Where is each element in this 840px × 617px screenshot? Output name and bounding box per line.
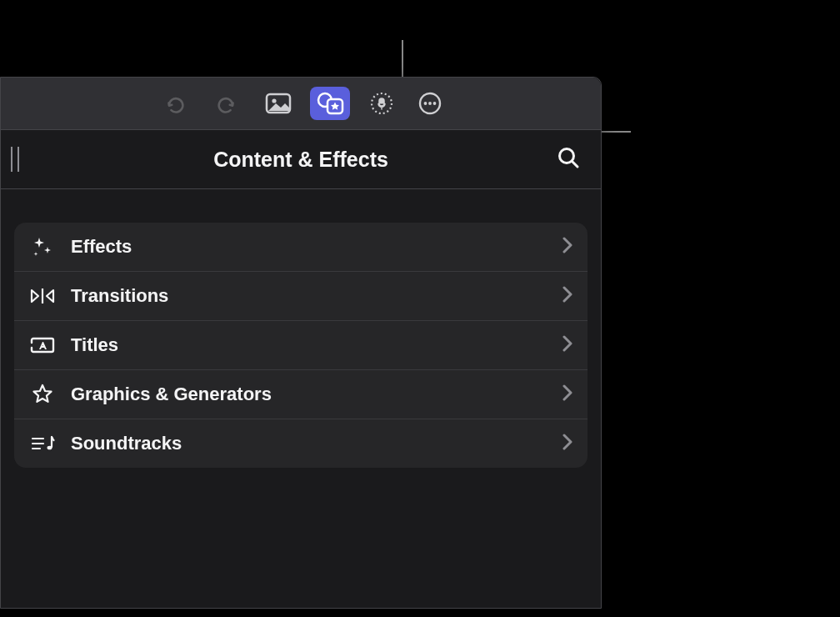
category-label: Soundtracks <box>71 433 548 454</box>
sidebar-handle-icon[interactable] <box>11 147 19 172</box>
svg-point-8 <box>433 102 437 105</box>
svg-point-7 <box>428 102 432 105</box>
search-icon <box>556 145 581 170</box>
search-button[interactable] <box>556 145 581 173</box>
chevron-right-icon <box>562 384 572 404</box>
shapes-star-icon <box>316 92 344 115</box>
redo-icon <box>215 92 238 115</box>
record-badge-icon <box>369 91 394 116</box>
transitions-icon <box>29 287 56 305</box>
category-soundtracks[interactable]: Soundtracks <box>14 419 588 468</box>
category-label: Effects <box>71 236 548 258</box>
titles-icon <box>29 335 56 355</box>
media-browser-button[interactable] <box>258 87 298 120</box>
category-transitions[interactable]: Transitions <box>14 271 588 320</box>
category-titles[interactable]: Titles <box>14 320 588 369</box>
category-label: Transitions <box>71 285 548 307</box>
panel-header: Content & Effects <box>1 130 601 189</box>
content-effects-button[interactable] <box>310 87 350 120</box>
undo-button[interactable] <box>155 87 195 120</box>
editor-toolbar <box>1 78 601 130</box>
star-icon <box>29 383 56 406</box>
category-graphics-generators[interactable]: Graphics & Generators <box>14 369 588 419</box>
callout-line-vertical <box>402 40 403 80</box>
svg-point-6 <box>424 102 428 105</box>
category-label: Titles <box>71 334 548 356</box>
photo-icon <box>265 93 292 114</box>
svg-point-1 <box>272 98 276 103</box>
undo-icon <box>163 92 187 115</box>
chevron-right-icon <box>562 434 572 454</box>
soundtracks-icon <box>29 434 56 454</box>
category-effects[interactable]: Effects <box>14 223 588 271</box>
chevron-right-icon <box>562 237 572 257</box>
ellipsis-circle-icon <box>418 91 442 116</box>
chevron-right-icon <box>562 286 572 306</box>
voiceover-record-button[interactable] <box>362 87 402 120</box>
redo-button[interactable] <box>207 87 247 120</box>
svg-line-10 <box>572 162 578 168</box>
content-effects-panel: Content & Effects <box>0 77 602 609</box>
category-label: Graphics & Generators <box>71 384 548 405</box>
panel-title: Content & Effects <box>1 148 601 172</box>
more-options-button[interactable] <box>413 87 447 120</box>
svg-point-15 <box>48 446 52 450</box>
category-list: Effects Transitions <box>14 223 588 468</box>
sparkles-icon <box>29 235 56 258</box>
chevron-right-icon <box>562 335 572 355</box>
